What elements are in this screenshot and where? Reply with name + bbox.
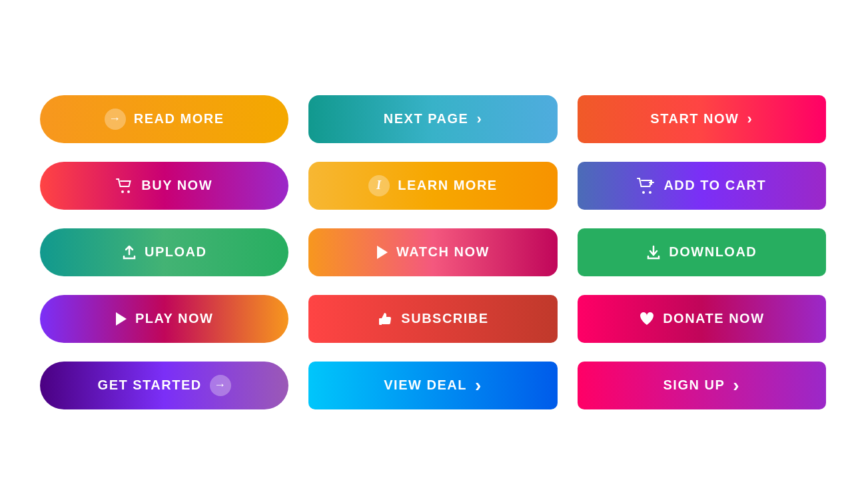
learn-more-label: LEARN MORE	[398, 178, 497, 193]
buy-now-label: BUY NOW	[141, 178, 213, 193]
watch-now-button[interactable]: WATCH NOW	[308, 228, 557, 276]
buy-now-button[interactable]: BUY NOW	[40, 162, 288, 210]
download-icon	[646, 245, 661, 260]
subscribe-label: SUBSCRIBE	[401, 311, 488, 326]
watch-now-label: WATCH NOW	[396, 244, 490, 260]
download-label: DOWNLOAD	[669, 244, 757, 260]
arrow-right-icon: →	[105, 109, 126, 130]
cart-icon	[116, 178, 133, 193]
chevron-right-icon: ›	[747, 111, 753, 128]
upload-icon	[122, 245, 137, 260]
sign-up-button[interactable]: SIGN UP ›	[578, 362, 826, 409]
donate-now-label: DONATE NOW	[663, 311, 764, 326]
play-now-button[interactable]: PLAY NOW	[40, 295, 288, 343]
get-started-button[interactable]: GET STARTED →	[40, 362, 288, 409]
donate-now-button[interactable]: DONATE NOW	[578, 295, 826, 343]
subscribe-button[interactable]: SUBSCRIBE	[308, 295, 557, 343]
add-to-cart-label: ADD TO CART	[663, 178, 766, 193]
learn-more-button[interactable]: i LEARN MORE	[308, 162, 557, 210]
circle-arrow-right-icon: →	[210, 375, 231, 396]
cart-plus-icon	[637, 178, 655, 194]
read-more-label: READ MORE	[134, 111, 224, 126]
svg-marker-4	[377, 246, 388, 259]
start-now-button[interactable]: START NOW ›	[578, 95, 826, 143]
upload-label: UPLOAD	[145, 244, 207, 260]
svg-point-3	[649, 191, 651, 194]
button-grid: → READ MORE NEXT PAGE › START NOW › BUY …	[0, 69, 866, 436]
svg-marker-5	[116, 312, 127, 326]
download-button[interactable]: DOWNLOAD	[578, 228, 826, 276]
svg-point-0	[121, 190, 124, 193]
thumbs-up-icon	[377, 311, 393, 327]
chevron-right-icon: ›	[475, 375, 482, 396]
next-page-button[interactable]: NEXT PAGE ›	[308, 95, 557, 143]
next-page-label: NEXT PAGE	[384, 111, 469, 126]
play-icon	[376, 245, 388, 260]
info-icon: i	[368, 175, 390, 196]
add-to-cart-button[interactable]: ADD TO CART	[578, 162, 826, 210]
svg-point-1	[127, 190, 130, 193]
upload-button[interactable]: UPLOAD	[40, 228, 288, 276]
read-more-button[interactable]: → READ MORE	[40, 95, 288, 143]
get-started-label: GET STARTED	[98, 378, 202, 393]
start-now-label: START NOW	[650, 111, 739, 126]
play-triangle-icon	[115, 312, 127, 326]
sign-up-label: SIGN UP	[663, 378, 725, 393]
chevron-right-icon: ›	[476, 111, 482, 128]
view-deal-label: VIEW DEAL	[384, 378, 467, 393]
chevron-right-icon: ›	[733, 375, 740, 396]
heart-icon	[639, 312, 655, 326]
play-now-label: PLAY NOW	[135, 311, 214, 326]
view-deal-button[interactable]: VIEW DEAL ›	[308, 362, 557, 409]
svg-point-2	[642, 191, 645, 194]
